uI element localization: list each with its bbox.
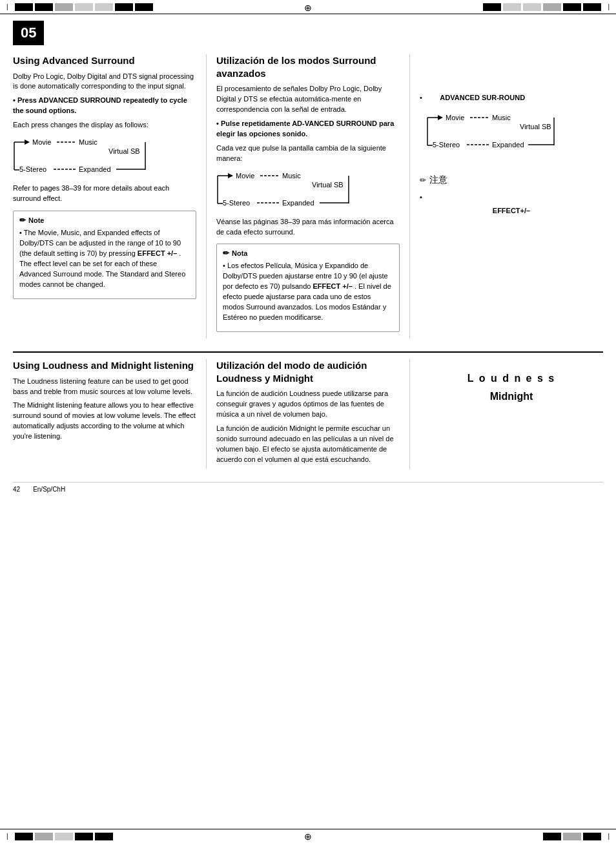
col2-refer-text: Véanse las páginas 38–39 para más inform…: [216, 217, 400, 238]
col2-surround-svg: Movie Music Virtual SB 5-Stereo Expanded: [216, 168, 352, 212]
col3-effect-label: EFFECT+/–: [420, 207, 603, 214]
page-content: 05 Using Advanced Surround Dolby Pro Log…: [0, 14, 616, 506]
col1-section3-title: Using Loudness and Midnight listening: [13, 359, 196, 372]
lower-col-divider-1: [206, 359, 207, 469]
bottom-bar-blocks-left: [15, 833, 113, 840]
bar-block: [523, 3, 541, 11]
svg-text:Music: Music: [282, 172, 301, 180]
bar-block: [15, 833, 33, 840]
col3-loudness-title: L o u d n e s s Midnight: [420, 372, 603, 404]
svg-text:Music: Music: [492, 114, 511, 121]
col1-surround-svg: Movie Music Virtual SB 5-Stereo Expanded: [13, 134, 149, 178]
language-codes: En/Sp/ChH: [33, 486, 65, 493]
bar-block: [583, 833, 601, 840]
bar-block: [95, 833, 113, 840]
col1-note-title: ✏ Note: [19, 216, 190, 225]
col3-flow-diagram: Movie Music Virtual SB 5-Stereo Expanded: [426, 110, 603, 155]
top-bar-blocks-right: [483, 3, 601, 11]
lower-column-2: Utilización del modo de audición Loudnes…: [210, 359, 406, 469]
col2-section1-bullet1: • Pulse repetidamente AD-VANCED SURROUND…: [216, 119, 400, 140]
bar-block: [135, 3, 153, 11]
col3-kanji-note: ✏ 注意: [420, 174, 603, 186]
svg-marker-14: [228, 173, 233, 178]
svg-marker-27: [438, 115, 443, 120]
col1-bullet1-bold: • Press ADVANCED SURROUND repeatedly to …: [13, 96, 187, 114]
col2-note-title: ✏ Nota: [223, 249, 393, 258]
svg-text:Virtual SB: Virtual SB: [108, 147, 140, 155]
bottom-bar-blocks-right: [543, 833, 601, 840]
col1-section3-para2: The Midnight listening feature allows yo…: [13, 401, 196, 442]
col1-section1-intro: Dolby Pro Logic, Dolby Digital and DTS s…: [13, 72, 196, 92]
page-footer: 42 En/Sp/ChH: [13, 482, 603, 493]
col1-section1-bullet1-text: Each press changes the display as follow…: [13, 120, 196, 130]
bar-block: [583, 3, 601, 11]
col2-flow-diagram: Movie Music Virtual SB 5-Stereo Expanded: [216, 168, 400, 213]
column-2: Utilización de los modos Surround avanza…: [210, 54, 406, 338]
svg-text:5-Stereo: 5-Stereo: [19, 165, 46, 173]
corner-mark-bottom-right: |: [608, 833, 610, 840]
col-divider-1: [206, 54, 207, 338]
col1-note-text: • The Movie, Music, and Expanded effects…: [19, 228, 190, 290]
col1-section1-bullet1: • Press ADVANCED SURROUND repeatedly to …: [13, 96, 196, 116]
col3-advanced-bullet: • ADVANCED SUR-ROUND: [420, 93, 603, 103]
bar-block: [55, 3, 73, 11]
svg-text:Expanded: Expanded: [282, 199, 314, 207]
svg-text:Music: Music: [79, 138, 98, 146]
svg-text:Movie: Movie: [446, 114, 464, 121]
col-divider-2: [409, 54, 410, 338]
col2-section3-para1: La función de audición Loudness puede ut…: [216, 389, 400, 420]
column-3: • ADVANCED SUR-ROUND Movie Music Virtual…: [413, 54, 603, 338]
svg-text:Virtual SB: Virtual SB: [312, 181, 344, 189]
svg-text:Expanded: Expanded: [79, 165, 111, 173]
bar-block: [35, 833, 53, 840]
top-bar-blocks-left: [15, 3, 153, 11]
corner-mark-bottom-left: |: [6, 833, 8, 840]
col1-section1-title: Using Advanced Surround: [13, 54, 196, 67]
upper-columns: Using Advanced Surround Dolby Pro Logic,…: [13, 54, 603, 338]
col1-flow-diagram: Movie Music Virtual SB 5-Stereo Expanded: [13, 134, 196, 180]
col1-note-box: ✏ Note • The Movie, Music, and Expanded …: [13, 211, 196, 299]
bar-block: [95, 3, 113, 11]
svg-text:Movie: Movie: [32, 138, 51, 146]
col1-section3-para1: The Loudness listening feature can be us…: [13, 377, 196, 397]
lower-columns: Using Loudness and Midnight listening Th…: [13, 359, 603, 469]
bar-block: [115, 3, 133, 11]
crosshair-icon: ⊕: [304, 3, 312, 13]
page-top-bar: | ⊕ |: [0, 0, 616, 14]
bar-block: [543, 833, 561, 840]
svg-text:Expanded: Expanded: [492, 141, 524, 149]
col2-section3-para2: La función de audición Midnight le permi…: [216, 424, 400, 465]
page-bottom-bar: | ⊕ |: [0, 829, 616, 843]
svg-text:Movie: Movie: [236, 172, 254, 180]
col2-section3-title: Utilización del modo de audición Loudnes…: [216, 359, 400, 384]
bar-block: [503, 3, 521, 11]
lower-column-3: L o u d n e s s Midnight: [413, 359, 603, 469]
corner-mark-right: |: [608, 3, 610, 10]
svg-text:5-Stereo: 5-Stereo: [223, 199, 250, 207]
chapter-number: 05: [13, 21, 44, 45]
bar-block: [35, 3, 53, 11]
col2-bullet1-bold: • Pulse repetidamente AD-VANCED SURROUND…: [216, 120, 394, 138]
bar-block: [15, 3, 33, 11]
col2-section1-intro: El procesamiento de señales Dolby Pro Lo…: [216, 84, 400, 115]
pencil-icon-2: ✏: [223, 249, 229, 258]
col3-bullet-empty: •: [420, 193, 603, 203]
col2-note-text: • Los efectos Película, Música y Expandi…: [223, 261, 393, 323]
lower-col-divider-2: [409, 359, 410, 469]
bar-block: [75, 3, 93, 11]
bar-block: [483, 3, 501, 11]
bar-block: [75, 833, 93, 840]
crosshair-bottom-icon: ⊕: [304, 831, 312, 842]
pencil-icon-3: ✏: [420, 176, 426, 185]
svg-text:5-Stereo: 5-Stereo: [433, 141, 460, 149]
col1-refer-text: Refer to pages 38–39 for more details ab…: [13, 183, 196, 204]
col2-section1-title: Utilización de los modos Surround avanza…: [216, 54, 400, 79]
col3-surround-svg: Movie Music Virtual SB 5-Stereo Expanded: [426, 110, 555, 154]
bar-block: [563, 833, 581, 840]
pencil-icon: ✏: [19, 216, 26, 225]
col2-section1-bullet1-text: Cada vez que pulse la pantalla cambia de…: [216, 143, 400, 164]
lower-column-1: Using Loudness and Midnight listening Th…: [13, 359, 203, 469]
column-1: Using Advanced Surround Dolby Pro Logic,…: [13, 54, 203, 338]
col2-note-box: ✏ Nota • Los efectos Película, Música y …: [216, 244, 400, 332]
bar-block: [55, 833, 73, 840]
